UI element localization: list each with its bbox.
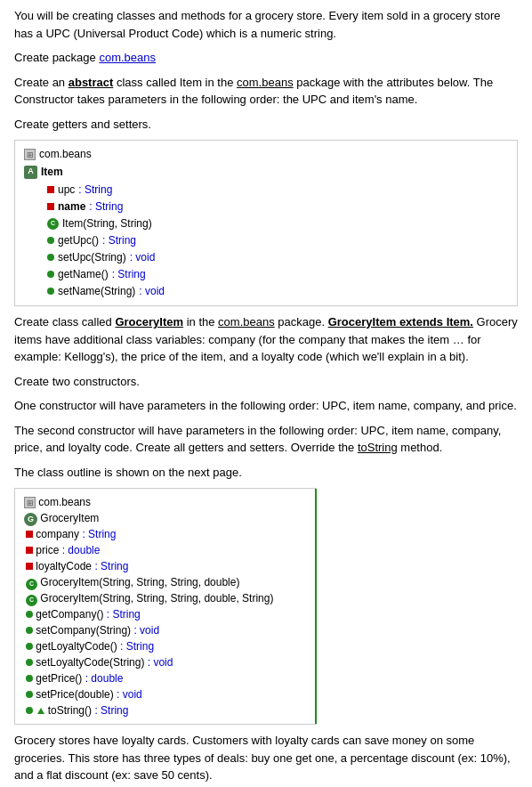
- method-getprice-type: : double: [85, 672, 124, 685]
- method-setupc: setUpc(String) : void: [24, 249, 508, 265]
- field-name-type: : String: [89, 199, 123, 215]
- method-tostring-type: : String: [94, 704, 128, 717]
- constructor-grocery1-name: GroceryItem(String, String, String, doub…: [40, 576, 239, 588]
- create-package-line: Create package com.beans: [14, 49, 518, 67]
- package-icon-grocery: ⊞: [24, 497, 36, 508]
- method-getcompany: getCompany() : String: [24, 606, 307, 622]
- method-tostring: toString() : String: [24, 702, 307, 718]
- method-setname-name: setName(String): [58, 283, 135, 299]
- field-icon-company: [26, 531, 33, 538]
- method-getloyalty-name: getLoyaltyCode(): [36, 640, 117, 653]
- method-setprice-type: : void: [117, 688, 142, 701]
- class-name-item: Item: [41, 164, 63, 180]
- field-loyalty-type: : String: [94, 560, 128, 572]
- getters-setters-label: Create getters and setters.: [14, 116, 518, 134]
- method-getcompany-type: : String: [107, 608, 141, 621]
- diagram-item: ⊞ com.beans A Item upc : String name : S…: [14, 140, 518, 306]
- constructor-icon-grocery1: C: [26, 579, 37, 590]
- method-getprice-name: getPrice(): [36, 672, 82, 685]
- pkg-name: com.beans: [39, 146, 92, 162]
- grocery-item-prefix: Create class called: [14, 315, 115, 329]
- constructor-icon-item: C: [47, 218, 59, 230]
- override-triangle-icon: [37, 708, 44, 714]
- field-company-type: : String: [82, 528, 116, 540]
- intro-paragraph: You will be creating classes and methods…: [14, 7, 518, 42]
- constructor-grocery2-name: GroceryItem(String, String, String, doub…: [40, 592, 273, 604]
- grocery-pkg-ref: com.beans: [218, 315, 275, 329]
- field-icon-loyalty: [26, 563, 33, 570]
- method-icon-setupc: [47, 254, 54, 261]
- field-name-name: name: [58, 199, 85, 215]
- create-item-prefix: Create an: [14, 76, 65, 89]
- class-row-grocery: G GroceryItem: [24, 510, 307, 526]
- method-icon-setloyalty: [26, 659, 33, 666]
- intro-text: You will be creating classes and methods…: [14, 9, 501, 40]
- method-getcompany-name: getCompany(): [36, 608, 103, 621]
- method-icon-getcompany: [26, 611, 33, 618]
- two-constructors-label: Create two constructors.: [14, 373, 518, 391]
- field-price: price : double: [24, 542, 307, 558]
- method-getloyalty: getLoyaltyCode() : String: [24, 638, 307, 654]
- method-setcompany-name: setCompany(String): [36, 624, 131, 637]
- method-getupc-name: getUpc(): [58, 232, 99, 248]
- method-setloyalty: setLoyaltyCode(String) : void: [24, 654, 307, 670]
- field-price-name: price: [36, 544, 59, 556]
- class-outline-para: The class outline is shown on the next p…: [14, 464, 518, 482]
- method-setloyalty-type: : void: [148, 656, 173, 669]
- method-getupc-type: : String: [102, 232, 136, 248]
- abstract-class-icon: A: [24, 166, 37, 179]
- grocery-item-pkg-end: package.: [278, 315, 327, 329]
- field-name: name : String: [24, 199, 508, 215]
- grocery-item-in: in the: [187, 315, 218, 329]
- pkg-name-grocery: com.beans: [38, 496, 91, 508]
- method-setprice: setPrice(double) : void: [24, 686, 307, 702]
- field-company-name: company: [36, 528, 79, 540]
- class-row-item: A Item: [24, 164, 508, 180]
- field-upc: upc : String: [24, 182, 508, 198]
- method-getupc: getUpc() : String: [24, 232, 508, 248]
- pkg-row-item: ⊞ com.beans: [24, 146, 508, 162]
- abstract-label: abstract: [69, 76, 114, 89]
- constructor-grocery2: C GroceryItem(String, String, String, do…: [24, 590, 307, 606]
- tostring-label: toString: [358, 441, 398, 454]
- class-name-grocery: GroceryItem: [40, 512, 99, 524]
- field-company: company : String: [24, 526, 307, 542]
- class-icon-grocery: G: [24, 513, 37, 526]
- method-getname: getName() : String: [24, 266, 508, 282]
- method-setloyalty-name: setLoyaltyCode(String): [36, 656, 144, 669]
- method-icon-setname: [47, 288, 54, 295]
- method-getloyalty-type: : String: [120, 640, 154, 653]
- constructor-two-para: The second constructor will have paramet…: [14, 422, 518, 457]
- loyalty-para: Grocery stores have loyalty cards. Custo…: [14, 732, 518, 784]
- constructor-one-para: One constructor will have parameters in …: [14, 397, 518, 415]
- diagram-groceryitem: ⊞ com.beans G GroceryItem company : Stri…: [14, 488, 317, 725]
- method-icon-setcompany: [26, 627, 33, 634]
- method-icon-getname: [47, 271, 54, 278]
- constructor-item: C Item(String, String): [24, 215, 508, 231]
- field-upc-name: upc: [58, 182, 75, 198]
- method-icon-getupc: [47, 237, 54, 244]
- method-setupc-name: setUpc(String): [58, 249, 126, 265]
- field-icon-name: [47, 203, 54, 210]
- package-link[interactable]: com.beans: [99, 51, 156, 64]
- method-setcompany: setCompany(String) : void: [24, 622, 307, 638]
- method-setupc-type: : void: [130, 249, 156, 265]
- field-upc-type: : String: [78, 182, 112, 198]
- field-price-type: : double: [62, 544, 101, 556]
- method-icon-getprice: [26, 675, 33, 682]
- constructor-grocery1: C GroceryItem(String, String, String, do…: [24, 574, 307, 590]
- field-loyaltycode: loyaltyCode : String: [24, 558, 307, 574]
- method-icon-setprice: [26, 691, 33, 698]
- field-icon-price: [26, 547, 33, 554]
- method-icon-tostring: [26, 707, 33, 714]
- method-tostring-name: toString(): [48, 704, 92, 717]
- package-ref: com.beans: [237, 76, 294, 89]
- pkg-row-grocery: ⊞ com.beans: [24, 494, 307, 510]
- class-text: class called Item in the: [117, 76, 237, 89]
- method-setname-type: : void: [139, 283, 165, 299]
- method-icon-getloyalty: [26, 643, 33, 650]
- grocery-extends-label: GroceryItem extends Item.: [328, 315, 473, 329]
- method-setname: setName(String) : void: [24, 283, 508, 299]
- method-setcompany-type: : void: [133, 624, 159, 637]
- constructor-two-end: method.: [400, 441, 442, 454]
